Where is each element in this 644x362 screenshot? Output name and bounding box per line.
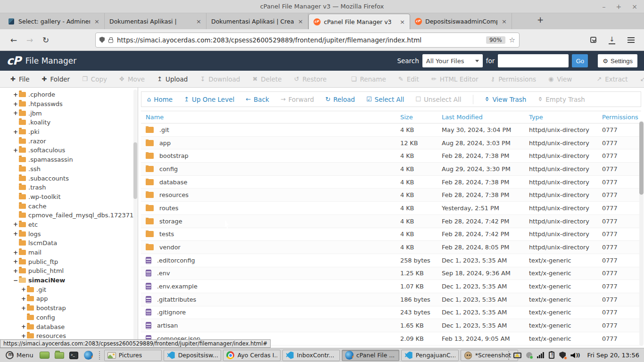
toolbar-button[interactable]: ✥ Move xyxy=(119,75,145,83)
column-header-name[interactable]: Name xyxy=(141,114,398,121)
file-name[interactable]: storage xyxy=(159,218,182,225)
tree-folder-item[interactable]: config xyxy=(0,313,138,322)
taskbar-window-button[interactable]: Pictures xyxy=(104,350,162,361)
file-name[interactable]: .gitignore xyxy=(157,309,186,316)
toolbar-button[interactable]: ❐ Copy xyxy=(82,75,107,83)
show-desktop-button[interactable] xyxy=(39,350,51,361)
tree-folder-item[interactable]: lscmData xyxy=(0,239,138,248)
table-row[interactable]: .gitattributes 186 bytes Dec 1, 2023, 5:… xyxy=(141,293,641,306)
nav-toolbar-button[interactable]: ☑ Select All xyxy=(366,96,404,103)
tree-folder-item[interactable]: etc xyxy=(0,220,138,230)
browser-reload-icon[interactable]: ↻ xyxy=(38,35,54,45)
file-name[interactable]: resources xyxy=(159,191,189,198)
tree-folder-item[interactable]: database xyxy=(0,322,138,331)
volume-icon[interactable]: )) xyxy=(570,352,579,358)
tree-folder-item[interactable]: .jbm xyxy=(0,108,138,118)
pocket-save-icon[interactable] xyxy=(590,37,596,43)
system-status-icon[interactable] xyxy=(526,352,532,358)
tree-expander-icon[interactable] xyxy=(13,258,19,265)
toolbar-button[interactable]: ↗ Extract xyxy=(596,75,627,83)
close-button[interactable]: × xyxy=(632,3,637,10)
tree-folder-item[interactable]: cpmove_failed_mysql_dbs.1723716132 xyxy=(0,211,138,220)
menu-button[interactable]: Menu xyxy=(3,349,36,362)
taskbar-window-button[interactable]: PengajuanC... xyxy=(401,350,459,361)
search-scope-select[interactable]: All Your Files xyxy=(422,54,483,67)
nav-toolbar-button[interactable]: ⚱ Empty Trash xyxy=(537,96,585,103)
file-name[interactable]: .gitattributes xyxy=(157,296,196,303)
tree-expander-icon[interactable] xyxy=(21,323,27,330)
tree-expander-icon[interactable] xyxy=(13,147,19,154)
network-signal-icon[interactable] xyxy=(537,352,544,358)
tab-close-icon[interactable]: × xyxy=(501,18,508,25)
toolbar-button[interactable]: ✚ Folder xyxy=(42,75,70,83)
new-tab-button[interactable]: + xyxy=(530,15,550,25)
table-row[interactable]: .gitignore 243 bytes Dec 1, 2023, 5:35 A… xyxy=(141,306,641,320)
tree-expander-icon[interactable] xyxy=(21,333,27,339)
toolbar-button[interactable]: ✖ Delete xyxy=(252,75,281,83)
table-row[interactable]: app 12 KB Aug 28, 2024, 3:03 PM httpd/un… xyxy=(141,137,641,150)
toolbar-button[interactable]: ↺ Restore xyxy=(294,75,327,83)
table-row[interactable]: resources 4 KB Feb 28, 2024, 7:38 PM htt… xyxy=(141,189,641,202)
clipboard-manager-icon[interactable] xyxy=(549,352,554,359)
table-row[interactable]: .env 1.25 KB Sep 18, 2024, 9:36 AM text/… xyxy=(141,267,641,280)
nav-toolbar-button[interactable]: → Forward xyxy=(281,96,314,103)
table-row[interactable]: .editorconfig 258 bytes Dec 1, 2023, 5:3… xyxy=(141,254,641,267)
browser-tab[interactable]: cPanel File Manager v3 × xyxy=(308,14,410,29)
browser-back-icon[interactable]: ← xyxy=(6,35,22,45)
browser-tab[interactable]: DepositsiswaadminCompon × xyxy=(410,13,512,29)
tree-expander-icon[interactable] xyxy=(13,230,19,237)
tree-folder-item[interactable]: simaciNew xyxy=(0,276,138,285)
file-name[interactable]: database xyxy=(159,179,187,186)
screenshot-tool-icon[interactable] xyxy=(513,353,521,358)
file-name[interactable]: artisan xyxy=(157,322,178,329)
tree-expander-icon[interactable] xyxy=(13,249,19,256)
toolbar-button[interactable]: ↧ Download xyxy=(200,75,240,83)
table-row[interactable]: artisan 1.65 KB Dec 1, 2023, 5:35 AM tex… xyxy=(141,319,641,332)
tree-expander-icon[interactable] xyxy=(13,268,19,274)
taskbar-window-button[interactable]: cPanel File ... xyxy=(342,350,399,361)
tree-expander-icon[interactable] xyxy=(13,91,19,98)
tree-expander-icon[interactable] xyxy=(13,110,19,116)
table-row[interactable]: config 4 KB Aug 29, 2024, 3:30 PM httpd/… xyxy=(141,163,641,176)
firewall-shield-icon[interactable] xyxy=(559,352,566,359)
toolbar-button[interactable]: ⚷ Permissions xyxy=(491,75,536,83)
browser-tab[interactable]: Select: gallery - Adminer × xyxy=(3,13,105,29)
toolbar-button[interactable]: ✎ Edit xyxy=(398,75,419,83)
column-header-type[interactable]: Type xyxy=(527,114,600,121)
file-list-scrollbar[interactable] xyxy=(639,121,644,346)
url-bar[interactable]: https://simaci.ayocerdas.com:2083/cpsess… xyxy=(95,33,520,48)
tree-folder-item[interactable]: .subaccounts xyxy=(0,173,138,183)
tree-folder-item[interactable]: .htpasswds xyxy=(0,99,138,109)
tree-expander-icon[interactable] xyxy=(13,101,19,107)
page-zoom-badge[interactable]: 90% xyxy=(486,36,505,44)
tree-expander-icon[interactable] xyxy=(13,129,19,135)
nav-toolbar-button[interactable]: ↻ Reload xyxy=(325,96,355,103)
file-name[interactable]: bootstrap xyxy=(159,152,189,159)
toolbar-button[interactable]: ↙ Compress xyxy=(640,75,644,83)
file-list-scrollbar-thumb[interactable] xyxy=(639,122,644,195)
browser-forward-icon[interactable]: → xyxy=(22,35,38,45)
tree-folder-item[interactable]: .git xyxy=(0,285,138,294)
file-name[interactable]: .env.example xyxy=(157,283,198,290)
table-row[interactable]: bootstrap 4 KB Feb 28, 2024, 7:38 PM htt… xyxy=(141,149,641,163)
nav-toolbar-button[interactable]: ☐ Unselect All xyxy=(415,96,461,103)
tree-folder-item[interactable]: .spamassassin xyxy=(0,155,138,165)
tree-expander-icon[interactable] xyxy=(21,286,27,293)
table-row[interactable]: tests 4 KB Feb 28, 2024, 7:42 PM httpd/u… xyxy=(141,228,641,241)
downloads-icon[interactable]: ↓ xyxy=(609,35,615,44)
tab-close-icon[interactable]: × xyxy=(399,18,406,25)
tab-close-icon[interactable]: × xyxy=(93,18,100,25)
file-name[interactable]: routes xyxy=(159,205,178,212)
file-name[interactable]: .env xyxy=(157,270,170,277)
file-manager-launcher[interactable] xyxy=(53,350,66,361)
tree-expander-icon[interactable] xyxy=(13,221,19,228)
tree-folder-item[interactable]: .razor xyxy=(0,136,138,146)
toolbar-button[interactable]: ✏ HTML Editor xyxy=(431,75,479,83)
firefox-launcher[interactable] xyxy=(83,350,95,361)
tree-folder-item[interactable]: mail xyxy=(0,248,138,257)
tree-folder-item[interactable]: public_html xyxy=(0,266,138,276)
toolbar-button[interactable]: ◉ View xyxy=(548,75,572,83)
column-header-last-modified[interactable]: Last Modified xyxy=(439,114,527,121)
browser-tab[interactable]: Dokumentasi Aplikasi | Create E × xyxy=(206,13,308,29)
tree-expander-icon[interactable] xyxy=(21,305,27,312)
